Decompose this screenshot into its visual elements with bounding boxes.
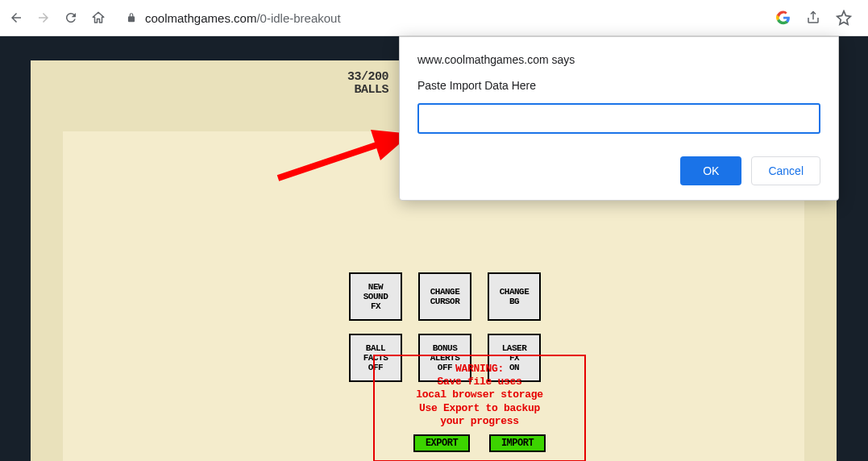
change-cursor-button[interactable]: CHANGECURSOR — [418, 272, 471, 321]
change-bg-button[interactable]: CHANGEBG — [488, 272, 541, 321]
home-button[interactable] — [90, 10, 106, 26]
cancel-button[interactable]: Cancel — [751, 156, 820, 185]
new-sound-fx-button[interactable]: NEWSOUNDFX — [349, 272, 402, 321]
save-warning-box: WARNING: Save file uses local browser st… — [373, 355, 586, 461]
address-bar[interactable]: coolmathgames.com/0-idle-breakout — [118, 11, 765, 25]
import-data-input[interactable] — [417, 103, 820, 134]
bookmark-star-icon[interactable] — [836, 10, 852, 26]
google-icon[interactable] — [776, 10, 791, 25]
share-icon[interactable] — [805, 10, 821, 26]
ball-count-display: 33/200 BALLS — [347, 71, 388, 97]
browser-toolbar: coolmathgames.com/0-idle-breakout — [0, 0, 868, 36]
reload-button[interactable] — [63, 10, 79, 26]
url-text: coolmathgames.com/0-idle-breakout — [145, 11, 341, 25]
forward-button[interactable] — [35, 10, 52, 26]
dialog-title: www.coolmathgames.com says — [417, 53, 820, 66]
lock-icon — [126, 12, 137, 23]
export-button[interactable]: EXPORT — [413, 434, 470, 452]
ok-button[interactable]: OK — [680, 156, 741, 185]
dialog-message: Paste Import Data Here — [417, 79, 820, 92]
back-button[interactable] — [8, 10, 24, 26]
import-button[interactable]: IMPORT — [489, 434, 546, 452]
warning-text: WARNING: Save file uses local browser st… — [384, 363, 575, 428]
js-prompt-dialog: www.coolmathgames.com says Paste Import … — [399, 36, 839, 201]
toolbar-right — [776, 10, 860, 26]
